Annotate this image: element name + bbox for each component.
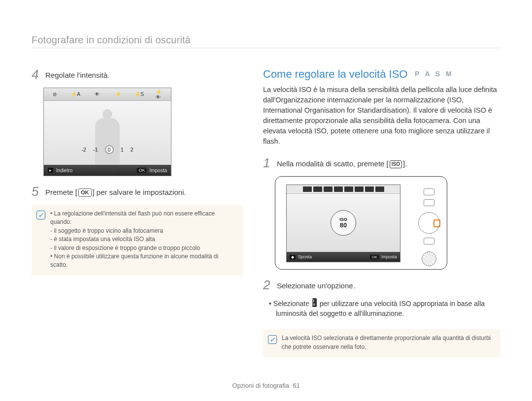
flash-off-icon: ⊘ bbox=[50, 91, 60, 98]
back-key-icon: ▸ bbox=[48, 168, 53, 173]
camera-button bbox=[424, 188, 434, 195]
iso-chip bbox=[324, 186, 332, 192]
flash-mode-strip: ⊘ ⚡A 👁 ⚡ ⚡S ⚡👁 bbox=[44, 88, 171, 101]
ok-key-icon: OK bbox=[137, 168, 146, 173]
note-subline: il valore di esposizione è troppo grande… bbox=[50, 244, 236, 252]
camera-side-buttons bbox=[418, 188, 440, 266]
note-box-flash-intensity: ✓ La regolazione dell'intensità del flas… bbox=[32, 205, 243, 276]
camera-screen-intensity: ⊘ ⚡A 👁 ⚡ ⚡S ⚡👁 -2 -1 0 1 2 ▸ Indietro bbox=[43, 88, 171, 176]
page-footer: Opzioni di fotografia 61 bbox=[0, 382, 532, 389]
iso-chip bbox=[334, 186, 343, 192]
note-line: La regolazione dell'intensità del flash … bbox=[50, 210, 236, 227]
step-text: Regolate l'intensità. bbox=[45, 68, 109, 80]
ok-key-icon: OK bbox=[370, 255, 379, 259]
camera-body-illustration: ISO 80 ◆ Sposta OK Imposta bbox=[275, 176, 447, 270]
iso-auto-badge: ISOAUTO bbox=[312, 298, 317, 307]
iso-preview: ISO 80 bbox=[287, 194, 400, 252]
text-fragment: Premete [ bbox=[45, 188, 77, 196]
step-4: 4 Regolate l'intensità. bbox=[32, 68, 243, 81]
text-fragment: ] per salvare le impostazioni. bbox=[93, 188, 186, 196]
step-number: 5 bbox=[32, 185, 40, 198]
step-2: 2 Selezionate un'opzione. bbox=[263, 278, 500, 291]
footer-page-number: 61 bbox=[293, 382, 299, 389]
scale-plus-1: 1 bbox=[121, 147, 124, 153]
iso-value: 80 bbox=[340, 222, 347, 228]
iso-option-strip bbox=[287, 185, 400, 194]
flash-fill-icon: ⚡ bbox=[113, 91, 123, 98]
move-label: Sposta bbox=[298, 254, 312, 259]
note-content: La velocità ISO selezionata è direttamen… bbox=[282, 334, 494, 351]
camera-jog-dial bbox=[422, 251, 436, 266]
note-line: Non è possibile utilizzare questa funzio… bbox=[50, 252, 236, 270]
flash-slow-icon: ⚡S bbox=[134, 91, 144, 98]
flash-auto-icon: ⚡A bbox=[71, 91, 81, 98]
section-heading: Come regolare la velocità ISO bbox=[263, 68, 407, 80]
note-box-iso-noise: ✓ La velocità ISO selezionata è direttam… bbox=[263, 329, 500, 357]
text-fragment: ]. bbox=[403, 159, 407, 168]
divider bbox=[32, 48, 500, 48]
intensity-scale: -2 -1 0 1 2 bbox=[81, 145, 133, 154]
left-column: 4 Regolate l'intensità. ⊘ ⚡A 👁 ⚡ ⚡S ⚡👁 -… bbox=[32, 68, 243, 357]
iso-button-highlight bbox=[433, 219, 440, 227]
section-heading-row: Come regolare la velocità ISO P A S M bbox=[263, 68, 500, 81]
iso-chip bbox=[365, 186, 374, 192]
scale-zero: 0 bbox=[105, 145, 114, 154]
ok-key-badge: OK bbox=[78, 188, 92, 197]
lcd-footer: ◆ Sposta OK Imposta bbox=[287, 252, 400, 262]
note-icon: ✓ bbox=[268, 335, 277, 344]
note-content: La regolazione dell'intensità del flash … bbox=[50, 210, 236, 270]
step-1: 1 Nella modalità di scatto, premete [ISO… bbox=[263, 156, 500, 169]
camera-button bbox=[424, 199, 434, 206]
step-5: 5 Premete [OK] per salvare le impostazio… bbox=[32, 185, 243, 198]
iso-chip bbox=[303, 186, 312, 192]
text-fragment: Selezionate bbox=[273, 300, 311, 308]
note-subline: è stata impostata una velocità ISO alta bbox=[50, 235, 236, 244]
step-number: 2 bbox=[263, 278, 272, 291]
flash-redeye2-icon: ⚡👁 bbox=[156, 91, 166, 98]
camera-button bbox=[424, 238, 434, 245]
intro-paragraph: La velocità ISO è la misura della sensib… bbox=[263, 85, 500, 147]
scale-minus-2: -2 bbox=[81, 147, 86, 153]
step-text: Nella modalità di scatto, premete [ISO]. bbox=[277, 156, 407, 169]
step-number: 4 bbox=[32, 68, 40, 81]
footer-section: Opzioni di fotografia bbox=[232, 382, 289, 389]
step-number: 1 bbox=[263, 156, 272, 169]
back-label: Indietro bbox=[56, 168, 72, 173]
scale-plus-2: 2 bbox=[131, 147, 133, 153]
camera-lcd: ISO 80 ◆ Sposta OK Imposta bbox=[286, 185, 400, 262]
screen-footer: ▸ Indietro OK Imposta bbox=[44, 165, 171, 176]
iso-key-badge: ISO bbox=[390, 160, 402, 168]
iso-chip bbox=[375, 186, 384, 192]
scale-minus-1: -1 bbox=[93, 147, 98, 153]
breadcrumb: Fotografare in condizioni di oscurità bbox=[32, 34, 500, 46]
iso-chip bbox=[344, 186, 353, 192]
set-label: Imposta bbox=[149, 168, 167, 173]
content-columns: 4 Regolate l'intensità. ⊘ ⚡A 👁 ⚡ ⚡S ⚡👁 -… bbox=[32, 68, 500, 357]
redeye-icon: 👁 bbox=[92, 91, 102, 98]
text-fragment: Nella modalità di scatto, premete [ bbox=[277, 159, 389, 168]
iso-value-dial: ISO 80 bbox=[331, 210, 356, 236]
camera-dpad bbox=[418, 212, 440, 234]
mode-indicator: P A S M bbox=[415, 70, 454, 78]
subject-silhouette bbox=[95, 118, 120, 165]
note-icon: ✓ bbox=[36, 211, 45, 219]
step-2-sub-bullet: Selezionate ISOAUTO per utilizzare una v… bbox=[263, 298, 500, 318]
iso-chip bbox=[355, 186, 364, 192]
note-subline: il soggetto è troppo vicino alla fotocam… bbox=[50, 227, 236, 235]
iso-chip bbox=[313, 186, 322, 192]
right-column: Come regolare la velocità ISO P A S M La… bbox=[263, 68, 500, 357]
move-key-icon: ◆ bbox=[290, 255, 296, 259]
step-text: Premete [OK] per salvare le impostazioni… bbox=[45, 185, 186, 197]
step-text: Selezionate un'opzione. bbox=[277, 278, 355, 291]
preview-area: -2 -1 0 1 2 bbox=[44, 101, 171, 165]
set-label: Imposta bbox=[381, 254, 397, 259]
